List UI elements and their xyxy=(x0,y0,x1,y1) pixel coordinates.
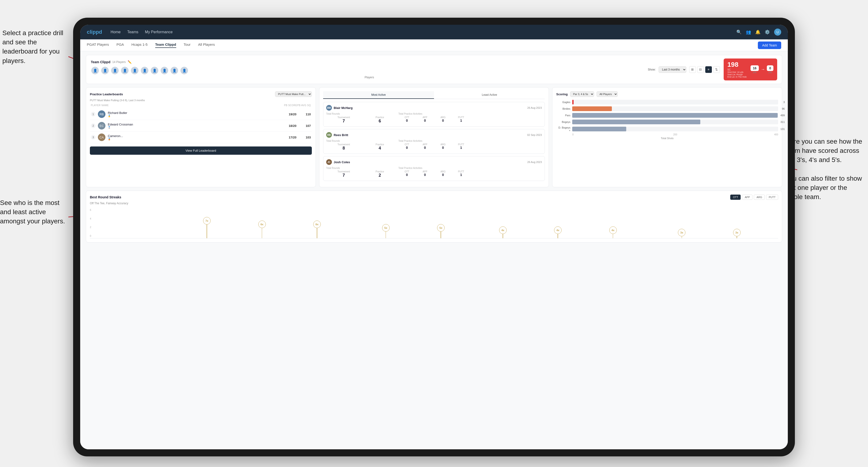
player-avatar-7[interactable]: 👤 xyxy=(150,66,159,75)
streak-btn-app[interactable]: APP xyxy=(742,195,752,200)
navbar-icons: 🔍 👥 🔔 ⚙️ U xyxy=(736,29,781,36)
end-lie-label: End Lie: In The Hole xyxy=(727,76,747,78)
lb-player-row-1[interactable]: 1 RB Richard Butler 🥇 19/20 110 xyxy=(90,108,312,120)
pa-total-rounds-1: Total Rounds Tournament7 Practice6 xyxy=(326,113,398,124)
pa-total-rounds-3: Total Rounds Tournament7 Practice2 xyxy=(326,167,398,178)
filter-view-btn[interactable]: ⇅ xyxy=(713,66,720,73)
pa-date-1: 26 Aug 2023 xyxy=(527,106,542,109)
tab-most-active[interactable]: Most Active xyxy=(323,91,434,99)
axis-labels: 0 200 400 xyxy=(556,133,778,136)
tab-team-clippd[interactable]: Team Clippd xyxy=(155,42,176,48)
badge-number: 198 xyxy=(727,61,747,68)
scoring-par-select[interactable]: Par 3, 4 & 5s xyxy=(570,91,594,97)
annotation-bottom-left: See who is the most and least active amo… xyxy=(0,198,66,226)
streaks-subtitle: Off The Tee, Fairway Accuracy xyxy=(90,201,778,205)
streak-btn-arg[interactable]: ARG xyxy=(754,195,765,200)
player-avatar-9[interactable]: 👤 xyxy=(170,66,179,75)
player-avatar-10[interactable]: 👤 xyxy=(180,66,188,75)
player-avatar-1[interactable]: 👤 xyxy=(91,66,99,75)
add-team-button[interactable]: Add Team xyxy=(758,41,781,49)
lb-avatar-2: EC xyxy=(98,122,105,129)
streak-pin-line-0 xyxy=(207,224,207,238)
lb-subtitle: PUTT Must Make Putting (3-6 ft), Last 3 … xyxy=(90,99,312,102)
streaks-card: Best Round Streaks OTT APP ARG PUTT Off … xyxy=(86,191,782,243)
streak-pin-0: 7x xyxy=(203,217,211,238)
pa-date-2: 02 Sep 2023 xyxy=(527,133,542,136)
nav-home[interactable]: Home xyxy=(111,30,121,34)
streak-pin-line-4 xyxy=(441,231,441,238)
tab-least-active[interactable]: Least Active xyxy=(434,91,545,99)
pa-stats-2: Total Rounds Tournament8 Practice4 Total… xyxy=(326,139,542,151)
lb-player-row-2[interactable]: 2 EC Edward Crossman 🥈 18/20 107 xyxy=(90,120,312,132)
lb-avg-1: 110 xyxy=(303,113,311,116)
lb-player-row-3[interactable]: 3 CA Cameron... 🥉 17/20 103 xyxy=(90,132,312,143)
streak-pin-line-5 xyxy=(503,234,503,238)
main-content: Team Clippd 14 Players ✏️ 👤 👤 👤 👤 👤 👤 xyxy=(80,51,788,449)
pa-stats-1: Total Rounds Tournament7 Practice6 Total… xyxy=(326,113,542,124)
streak-pin-5: 4x xyxy=(499,226,507,238)
stats-highlight: 198 SC Shot Dist: 16 yds Start Lie: Roug… xyxy=(724,59,777,81)
settings-icon[interactable]: ⚙️ xyxy=(765,30,770,35)
streak-pin-bubble-7: 4x xyxy=(609,226,617,234)
player-avatar-3[interactable]: 👤 xyxy=(111,66,119,75)
lb-score-3: 17/20 xyxy=(289,135,297,139)
team-title: Team Clippd 14 Players ✏️ xyxy=(91,60,648,64)
streak-btn-ott[interactable]: OTT xyxy=(730,195,741,200)
user-avatar[interactable]: U xyxy=(774,29,781,36)
grid2-view-btn[interactable]: ⊟ xyxy=(697,66,704,73)
practice-leaderboards-card: Practice Leaderboards PUTT Must Make Put… xyxy=(86,87,316,187)
pa-total-rounds-2: Total Rounds Tournament8 Practice4 xyxy=(326,139,398,151)
tab-tour[interactable]: Tour xyxy=(184,42,191,48)
player-avatar-2[interactable]: 👤 xyxy=(101,66,109,75)
list-view-btn[interactable]: ≡ xyxy=(705,66,712,73)
streaks-header: Best Round Streaks OTT APP ARG PUTT xyxy=(90,195,778,200)
pa-practice-activities-3: Total Practice Activities OTT0 APP0 ARG0… xyxy=(398,167,470,178)
team-header-card: Team Clippd 14 Players ✏️ 👤 👤 👤 👤 👤 👤 xyxy=(86,55,782,84)
tab-pga[interactable]: PGA xyxy=(117,42,124,48)
tab-all-players[interactable]: All Players xyxy=(198,42,215,48)
lb-drill-select[interactable]: PUTT Must Make Putt... xyxy=(275,91,312,97)
streak-pin-bubble-3: 5x xyxy=(382,224,390,231)
streak-btn-putt[interactable]: PUTT xyxy=(766,195,778,200)
bell-icon[interactable]: 🔔 xyxy=(755,30,761,35)
streak-pin-9: 3x xyxy=(733,229,741,238)
activity-row-3: JC Josh Coles 26 Aug 2023 Total Rounds T… xyxy=(323,156,545,181)
activity-row-2: RB Rees Britt 02 Sep 2023 Total Rounds T… xyxy=(323,129,545,154)
search-icon[interactable]: 🔍 xyxy=(736,30,742,35)
tablet-frame: clippd Home Teams My Performance 🔍 👥 🔔 ⚙… xyxy=(73,18,795,456)
tab-hcaps[interactable]: Hcaps 1-5 xyxy=(131,42,148,48)
grid-view-btn[interactable]: ⊞ xyxy=(689,66,696,73)
view-full-leaderboard-btn[interactable]: View Full Leaderboard xyxy=(90,147,312,155)
badge-sub: SC xyxy=(727,68,747,71)
lb-col-headers: PLAYER NAME PB SCORE PB AVG SQ xyxy=(90,104,312,106)
time-range-select[interactable]: Last 3 months xyxy=(658,66,686,73)
start-lie-label: Start Lie: Rough xyxy=(727,73,747,76)
pa-practice-activities-2: Total Practice Activities OTT0 APP0 ARG0… xyxy=(398,139,470,151)
player-avatar-8[interactable]: 👤 xyxy=(160,66,168,75)
nav-teams[interactable]: Teams xyxy=(127,30,138,34)
edit-team-icon[interactable]: ✏️ xyxy=(128,60,132,64)
player-avatar-6[interactable]: 👤 xyxy=(140,66,149,75)
people-icon[interactable]: 👥 xyxy=(746,30,751,35)
player-avatar-4[interactable]: 👤 xyxy=(121,66,129,75)
streak-pin-line-7 xyxy=(613,234,613,238)
lb-player-info-1: Richard Butler 🥇 xyxy=(108,111,286,117)
streak-pin-6: 4x xyxy=(554,226,562,238)
nav-my-performance[interactable]: My Performance xyxy=(145,30,173,34)
lb-title: Practice Leaderboards xyxy=(90,92,123,96)
player-avatar-5[interactable]: 👤 xyxy=(130,66,139,75)
lb-avatar-1: RB xyxy=(98,111,105,118)
lb-avg-2: 107 xyxy=(303,124,311,128)
scoring-player-select[interactable]: All Players xyxy=(596,91,618,97)
tab-pgat-players[interactable]: PGAT Players xyxy=(87,42,109,48)
streak-pin-4: 5x xyxy=(437,224,445,238)
pa-name-2: RB Rees Britt xyxy=(326,132,348,138)
streak-pin-bubble-9: 3x xyxy=(733,229,741,236)
pa-header-2: RB Rees Britt 02 Sep 2023 xyxy=(326,132,542,138)
players-label: Players xyxy=(91,76,648,79)
streak-pin-8: 3x xyxy=(678,229,685,238)
lb-avg-3: 103 xyxy=(303,135,311,139)
streak-pin-bubble-2: 6x xyxy=(313,220,321,228)
streaks-chart-area: 6 4 2 0 7x 6x 6x 5x 5x 4x 4x 4x 3 xyxy=(90,208,778,239)
pa-stats-3: Total Rounds Tournament7 Practice2 Total… xyxy=(326,167,542,178)
